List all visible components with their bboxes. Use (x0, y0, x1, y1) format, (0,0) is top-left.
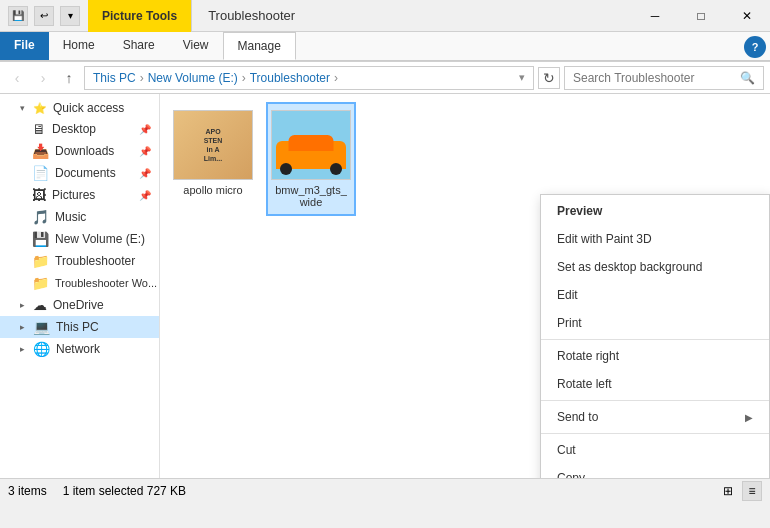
view-list-button[interactable]: ≡ (742, 481, 762, 501)
this-pc-icon: 💻 (33, 319, 50, 335)
tab-view[interactable]: View (169, 32, 223, 60)
new-volume-icon: 💾 (32, 231, 49, 247)
tab-home[interactable]: Home (49, 32, 109, 60)
documents-icon: 📄 (32, 165, 49, 181)
network-icon: 🌐 (33, 341, 50, 357)
address-path[interactable]: This PC › New Volume (E:) › Troubleshoot… (84, 66, 534, 90)
onedrive-icon: ☁ (33, 297, 47, 313)
quick-access-dropdown[interactable]: ▾ (60, 6, 80, 26)
sidebar-item-network[interactable]: ▸ 🌐 Network (0, 338, 159, 360)
path-sep-3: › (334, 71, 338, 85)
cm-set-desktop-bg[interactable]: Set as desktop background (541, 253, 769, 281)
pin-desktop-icon: 📌 (139, 124, 151, 135)
sidebar-label-documents: Documents (55, 166, 116, 180)
help-button[interactable]: ? (744, 36, 766, 58)
ribbon-tabs: File Home Share View Manage ? (0, 32, 770, 61)
maximize-button[interactable]: □ (678, 0, 724, 32)
status-bar: 3 items 1 item selected 727 KB ⊞ ≡ (0, 478, 770, 502)
pin-pictures-icon: 📌 (139, 190, 151, 201)
music-icon: 🎵 (32, 209, 49, 225)
title-bar: 💾 ↩ ▾ Picture Tools Troubleshooter ─ □ ✕ (0, 0, 770, 32)
refresh-button[interactable]: ↻ (538, 67, 560, 89)
cm-divider-1 (541, 339, 769, 340)
sidebar-label-music: Music (55, 210, 86, 224)
address-bar: ‹ › ↑ This PC › New Volume (E:) › Troubl… (0, 62, 770, 94)
minimize-button[interactable]: ─ (632, 0, 678, 32)
up-button[interactable]: ↑ (58, 67, 80, 89)
sidebar-item-music[interactable]: 🎵 Music (0, 206, 159, 228)
tab-manage[interactable]: Manage (223, 32, 296, 60)
sidebar-item-troubleshooter[interactable]: 📁 Troubleshooter (0, 250, 159, 272)
main-layout: ▾ ⭐ Quick access 🖥 Desktop 📌 📥 Downloads… (0, 94, 770, 478)
path-volume[interactable]: New Volume (E:) (148, 71, 238, 85)
cm-copy[interactable]: Copy (541, 464, 769, 478)
pictures-icon: 🖼 (32, 187, 46, 203)
window-title: Troubleshooter (192, 0, 311, 32)
tab-share[interactable]: Share (109, 32, 169, 60)
sidebar-label-this-pc: This PC (56, 320, 99, 334)
sidebar-item-troubleshooter-wo[interactable]: 📁 Troubleshooter Wo... (0, 272, 159, 294)
title-bar-controls: ─ □ ✕ (632, 0, 770, 32)
expand-quick-access-icon: ▾ (20, 103, 25, 113)
title-bar-middle: Picture Tools Troubleshooter (88, 0, 632, 32)
tab-file[interactable]: File (0, 32, 49, 60)
sidebar-item-quick-access[interactable]: ▾ ⭐ Quick access (0, 98, 159, 118)
search-box[interactable]: 🔍 (564, 66, 764, 90)
file-item-bmw[interactable]: bmw_m3_gts_wide (266, 102, 356, 216)
forward-button[interactable]: › (32, 67, 54, 89)
sidebar-item-new-volume[interactable]: 💾 New Volume (E:) (0, 228, 159, 250)
troubleshooter-wo-icon: 📁 (32, 275, 49, 291)
content-area: APOSTENin ALim... apollo micro bmw_m3_gt… (160, 94, 770, 478)
status-items-count: 3 items (8, 484, 47, 498)
sidebar-item-onedrive[interactable]: ▸ ☁ OneDrive (0, 294, 159, 316)
context-menu: Preview Edit with Paint 3D Set as deskto… (540, 194, 770, 478)
book-text: APOSTENin ALim... (200, 123, 227, 167)
sidebar: ▾ ⭐ Quick access 🖥 Desktop 📌 📥 Downloads… (0, 94, 160, 478)
cm-divider-3 (541, 433, 769, 434)
car-wheel-right (330, 163, 342, 175)
sidebar-item-this-pc[interactable]: ▸ 💻 This PC (0, 316, 159, 338)
cm-send-to-arrow: ▶ (745, 412, 753, 423)
tab-picture-tools[interactable]: Picture Tools (88, 0, 192, 32)
path-dropdown-arrow[interactable]: ▾ (519, 71, 525, 84)
sidebar-item-pictures[interactable]: 🖼 Pictures 📌 (0, 184, 159, 206)
expand-this-pc-icon: ▸ (20, 322, 25, 332)
sidebar-item-documents[interactable]: 📄 Documents 📌 (0, 162, 159, 184)
status-view-controls: ⊞ ≡ (718, 481, 762, 501)
file-thumb-apollo: APOSTENin ALim... (173, 110, 253, 180)
file-item-apollo[interactable]: APOSTENin ALim... apollo micro (168, 102, 258, 216)
expand-network-icon: ▸ (20, 344, 25, 354)
path-this-pc[interactable]: This PC (93, 71, 136, 85)
car-wheel-left (280, 163, 292, 175)
sidebar-item-downloads[interactable]: 📥 Downloads 📌 (0, 140, 159, 162)
search-icon: 🔍 (740, 71, 755, 85)
cm-rotate-left[interactable]: Rotate left (541, 370, 769, 398)
quick-access-undo[interactable]: ↩ (34, 6, 54, 26)
cm-edit[interactable]: Edit (541, 281, 769, 309)
file-thumb-bmw (271, 110, 351, 180)
close-button[interactable]: ✕ (724, 0, 770, 32)
troubleshooter-folder-icon: 📁 (32, 253, 49, 269)
sidebar-item-desktop[interactable]: 🖥 Desktop 📌 (0, 118, 159, 140)
search-input[interactable] (573, 71, 736, 85)
cm-rotate-right[interactable]: Rotate right (541, 342, 769, 370)
sidebar-label-desktop: Desktop (52, 122, 96, 136)
sidebar-label-pictures: Pictures (52, 188, 95, 202)
cm-edit-paint3d[interactable]: Edit with Paint 3D (541, 225, 769, 253)
view-grid-button[interactable]: ⊞ (718, 481, 738, 501)
title-bar-left: 💾 ↩ ▾ (0, 6, 88, 26)
cm-preview[interactable]: Preview (541, 197, 769, 225)
quick-access-save[interactable]: 💾 (8, 6, 28, 26)
path-sep-1: › (140, 71, 144, 85)
sidebar-label-quick-access: Quick access (53, 101, 124, 115)
path-troubleshooter[interactable]: Troubleshooter (250, 71, 330, 85)
downloads-icon: 📥 (32, 143, 49, 159)
status-selected-info: 1 item selected 727 KB (63, 484, 186, 498)
cm-print[interactable]: Print (541, 309, 769, 337)
cm-send-to-label: Send to (557, 410, 598, 424)
cm-cut[interactable]: Cut (541, 436, 769, 464)
quick-access-icon: ⭐ (33, 102, 47, 115)
back-button[interactable]: ‹ (6, 67, 28, 89)
cm-send-to[interactable]: Send to ▶ (541, 403, 769, 431)
desktop-icon: 🖥 (32, 121, 46, 137)
